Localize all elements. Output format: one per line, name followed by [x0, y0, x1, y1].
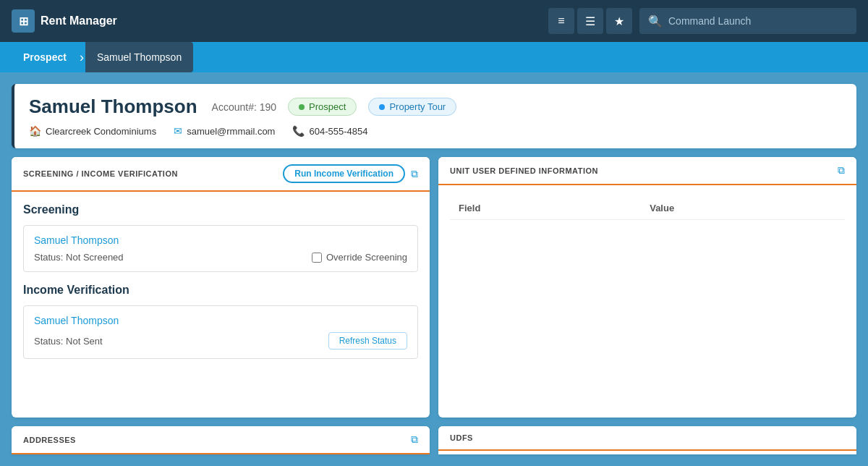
- screening-box: Samuel Thompson Status: Not Screened Ove…: [23, 225, 418, 272]
- profile-contact: 🏠 Clearcreek Condominiums ✉ samuel@rmmai…: [29, 125, 842, 137]
- uudi-table: Field Value: [450, 197, 845, 220]
- uudi-panel-title: UNIT USER DEFINED INFORMATION: [450, 166, 598, 175]
- addresses-panel: ADDRESSES ⧉: [12, 426, 430, 454]
- uudi-panel-header: UNIT USER DEFINED INFORMATION ⧉: [438, 157, 856, 185]
- udfs-panel-header: UDFS: [438, 426, 856, 451]
- breadcrumb-chevron: ›: [80, 50, 84, 65]
- uudi-field-header: Field: [450, 197, 641, 220]
- menu-icon: ≡: [558, 14, 564, 27]
- breadcrumb-current[interactable]: Samuel Thompson: [85, 42, 193, 72]
- run-verification-button[interactable]: Run Income Verification: [283, 164, 405, 183]
- prospect-dot: [299, 104, 305, 110]
- app-name: Rent Manager: [41, 14, 117, 27]
- income-person-name[interactable]: Samuel Thompson: [34, 315, 407, 326]
- property-name: Clearcreek Condominiums: [46, 126, 156, 137]
- override-screening-text: Override Screening: [326, 252, 407, 263]
- refresh-status-button[interactable]: Refresh Status: [328, 332, 407, 350]
- badge-prospect: Prospect: [288, 98, 357, 116]
- screening-panel-body: Screening Samuel Thompson Status: Not Sc…: [12, 192, 430, 418]
- screening-status-row: Status: Not Screened Override Screening: [34, 252, 407, 263]
- breadcrumb-root-label: Prospect: [12, 51, 78, 63]
- udfs-panel: UDFS: [438, 426, 856, 454]
- contact-property: 🏠 Clearcreek Condominiums: [29, 125, 156, 137]
- phone-icon: 📞: [292, 125, 305, 137]
- override-screening-label[interactable]: Override Screening: [312, 252, 407, 263]
- uudi-panel-body: Field Value: [438, 185, 856, 418]
- top-nav: ⊞ Rent Manager ≡ ☰ ★ 🔍: [0, 0, 868, 42]
- doc-icon: ☰: [585, 14, 595, 28]
- doc-button[interactable]: ☰: [577, 8, 603, 34]
- star-button[interactable]: ★: [606, 8, 632, 34]
- screening-header-actions: Run Income Verification ⧉: [283, 164, 418, 183]
- badge-prospect-label: Prospect: [309, 101, 346, 112]
- search-icon: 🔍: [648, 14, 663, 28]
- breadcrumb-bar: Prospect › Samuel Thompson: [0, 42, 868, 72]
- search-input[interactable]: [668, 15, 848, 27]
- income-box: Samuel Thompson Status: Not Sent Refresh…: [23, 305, 418, 359]
- screening-status-text: Status: Not Screened: [34, 252, 124, 263]
- breadcrumb-current-label: Samuel Thompson: [85, 42, 193, 72]
- addresses-panel-title: ADDRESSES: [23, 436, 76, 444]
- uudi-panel: UNIT USER DEFINED INFORMATION ⧉ Field Va…: [438, 157, 856, 418]
- home-icon: 🏠: [29, 125, 41, 137]
- bottom-grid: ADDRESSES ⧉ UDFS: [12, 426, 856, 454]
- nav-icons: ≡ ☰ ★: [548, 8, 632, 34]
- screening-section-title: Screening: [23, 203, 418, 216]
- income-status-row: Status: Not Sent Refresh Status: [34, 332, 407, 350]
- income-status-text: Status: Not Sent: [34, 336, 103, 347]
- search-bar: 🔍: [639, 8, 856, 34]
- income-section-title: Income Verification: [23, 284, 418, 297]
- profile-card: Samuel Thompson Account#: 190 Prospect P…: [12, 84, 856, 148]
- contact-email: ✉ samuel@rmmail.com: [174, 125, 275, 137]
- screening-panel: SCREENING / INCOME VERIFICATION Run Inco…: [12, 157, 430, 418]
- addresses-panel-header: ADDRESSES ⧉: [12, 426, 430, 454]
- uudi-value-header: Value: [641, 197, 845, 220]
- badge-tour: Property Tour: [368, 98, 456, 116]
- udfs-panel-title: UDFS: [450, 433, 473, 442]
- profile-name: Samuel Thompson: [29, 96, 197, 118]
- star-icon: ★: [614, 14, 624, 28]
- contact-phone: 📞 604-555-4854: [292, 125, 367, 137]
- menu-button[interactable]: ≡: [548, 8, 574, 34]
- email-icon: ✉: [174, 125, 182, 137]
- uudi-external-link-icon[interactable]: ⧉: [838, 164, 845, 177]
- logo-icon: ⊞: [12, 9, 35, 33]
- logo-area: ⊞ Rent Manager: [12, 9, 541, 33]
- main-area: Samuel Thompson Account#: 190 Prospect P…: [0, 72, 868, 466]
- profile-top: Samuel Thompson Account#: 190 Prospect P…: [29, 96, 842, 118]
- profile-account: Account#: 190: [212, 101, 277, 113]
- override-screening-checkbox[interactable]: [312, 253, 322, 263]
- screening-panel-title: SCREENING / INCOME VERIFICATION: [23, 169, 178, 178]
- phone-number: 604-555-4854: [309, 126, 367, 137]
- screening-external-link-icon[interactable]: ⧉: [411, 168, 418, 180]
- screening-panel-header: SCREENING / INCOME VERIFICATION Run Inco…: [12, 157, 430, 192]
- tour-dot: [379, 104, 385, 110]
- addresses-external-link-icon[interactable]: ⧉: [411, 433, 418, 446]
- email-address: samuel@rmmail.com: [187, 126, 275, 137]
- badge-tour-label: Property Tour: [389, 101, 446, 112]
- breadcrumb-root[interactable]: Prospect: [12, 42, 78, 72]
- content-grid: SCREENING / INCOME VERIFICATION Run Inco…: [12, 157, 856, 418]
- screening-person-name[interactable]: Samuel Thompson: [34, 234, 407, 246]
